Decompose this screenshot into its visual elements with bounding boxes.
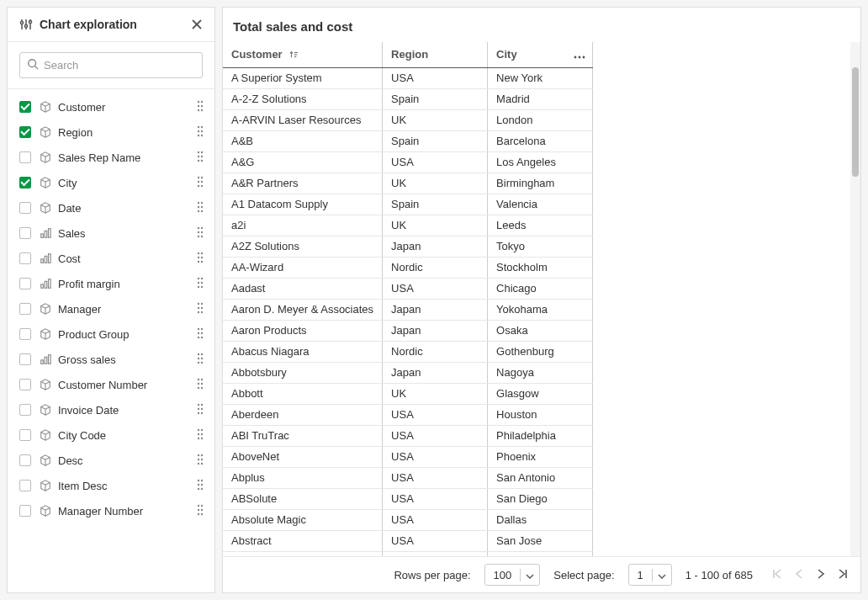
field-checkbox[interactable]	[19, 379, 31, 390]
table-row[interactable]: A&R PartnersUKBirmingham	[223, 173, 593, 194]
drag-handle-icon[interactable]	[189, 175, 211, 191]
close-button[interactable]	[191, 19, 203, 30]
cell-region[interactable]: USA	[383, 425, 488, 446]
cell-customer[interactable]: A&B	[223, 130, 383, 151]
field-checkbox[interactable]	[19, 480, 31, 491]
table-row[interactable]: Absolute MagicUSADallas	[223, 509, 593, 530]
field-label[interactable]: Gross sales	[58, 353, 189, 366]
table-row[interactable]: A-ARVIN Laser ResourcesUKLondon	[223, 109, 593, 130]
cell-city[interactable]: Gothenburg	[488, 341, 593, 362]
table-row[interactable]: Aaron ProductsJapanOsaka	[223, 320, 593, 341]
table-row[interactable]: a2iUKLeeds	[223, 215, 593, 236]
column-header-customer[interactable]: Customer	[223, 42, 383, 67]
drag-handle-icon[interactable]	[189, 276, 211, 292]
cell-city[interactable]: Los Angeles	[488, 151, 593, 173]
table-row[interactable]: AbbottUKGlasgow	[223, 383, 593, 404]
cell-region[interactable]: USA	[383, 530, 488, 551]
field-checkbox[interactable]	[19, 505, 31, 517]
field-checkbox[interactable]	[19, 227, 31, 239]
drag-handle-icon[interactable]	[189, 301, 211, 317]
field-label[interactable]: Customer	[58, 101, 189, 114]
drag-handle-icon[interactable]	[189, 453, 211, 469]
cell-city[interactable]: Nagoya	[488, 362, 593, 383]
vertical-scrollbar[interactable]	[850, 42, 860, 556]
field-label[interactable]: Manager Number	[58, 505, 189, 518]
cell-customer[interactable]: A-2-Z Solutions	[223, 88, 383, 109]
table-row[interactable]: A1 Datacom SupplySpainValencia	[223, 194, 593, 215]
cell-city[interactable]: Dallas	[488, 509, 593, 530]
cell-city[interactable]: Stockholm	[488, 257, 593, 278]
cell-region[interactable]: Spain	[383, 194, 488, 215]
cell-customer[interactable]: ABSolute	[223, 488, 383, 509]
cell-region[interactable]: Nordic	[383, 341, 488, 362]
field-checkbox[interactable]	[19, 126, 31, 138]
cell-customer[interactable]: Abbotsbury	[223, 362, 383, 383]
field-label[interactable]: Invoice Date	[58, 404, 189, 417]
field-label[interactable]: Sales Rep Name	[58, 151, 189, 164]
field-label[interactable]: Manager	[58, 303, 189, 316]
drag-handle-icon[interactable]	[189, 125, 211, 141]
cell-customer[interactable]: A-ARVIN Laser Resources	[223, 109, 383, 130]
field-checkbox[interactable]	[19, 454, 31, 466]
table-row[interactable]: A&BSpainBarcelona	[223, 130, 593, 151]
first-page-button[interactable]	[771, 569, 783, 581]
cell-region[interactable]: USA	[383, 446, 488, 467]
field-checkbox[interactable]	[19, 429, 31, 441]
cell-customer[interactable]: a2i	[223, 215, 383, 236]
cell-region[interactable]: USA	[383, 151, 488, 173]
cell-city[interactable]: San Antonio	[488, 467, 593, 488]
cell-city[interactable]: Philadelphia	[488, 425, 593, 446]
field-label[interactable]: Customer Number	[58, 379, 189, 391]
cell-city[interactable]: Yokohama	[488, 299, 593, 320]
cell-city[interactable]: Chicago	[488, 278, 593, 299]
field-checkbox[interactable]	[19, 202, 31, 214]
drag-handle-icon[interactable]	[189, 377, 211, 393]
drag-handle-icon[interactable]	[189, 200, 211, 216]
field-label[interactable]: Item Desc	[58, 480, 189, 492]
field-checkbox[interactable]	[19, 328, 31, 340]
cell-region[interactable]: UK	[383, 109, 488, 130]
cell-region[interactable]: Japan	[383, 236, 488, 257]
table-row[interactable]: AbplusUSASan Antonio	[223, 467, 593, 488]
table-row[interactable]: AbbotsburyJapanNagoya	[223, 362, 593, 383]
cell-customer[interactable]: Aaron Products	[223, 320, 383, 341]
rows-per-page-select[interactable]: 100	[484, 564, 541, 586]
cell-city[interactable]: San Diego	[488, 488, 593, 509]
field-label[interactable]: City	[58, 177, 189, 189]
table-row[interactable]: A-2-Z SolutionsSpainMadrid	[223, 88, 593, 109]
field-label[interactable]: Region	[58, 126, 189, 139]
cell-customer[interactable]: Aberdeen	[223, 404, 383, 425]
cell-region[interactable]: UK	[383, 173, 488, 194]
cell-region[interactable]: Japan	[383, 299, 488, 320]
search-input[interactable]	[44, 59, 195, 72]
table-row[interactable]: AberdeenUSAHouston	[223, 404, 593, 425]
cell-region[interactable]: Japan	[383, 320, 488, 341]
cell-customer[interactable]: A Superior System	[223, 67, 383, 88]
cell-region[interactable]: UK	[383, 383, 488, 404]
drag-handle-icon[interactable]	[189, 251, 211, 267]
cell-region[interactable]: Nordic	[383, 257, 488, 278]
cell-city[interactable]: Osaka	[488, 320, 593, 341]
cell-city[interactable]: New York	[488, 67, 593, 88]
cell-city[interactable]: Tokyo	[488, 236, 593, 257]
cell-customer[interactable]: A1 Datacom Supply	[223, 194, 383, 215]
drag-handle-icon[interactable]	[189, 427, 211, 443]
cell-region[interactable]: USA	[383, 509, 488, 530]
table-row[interactable]: AA-WizardNordicStockholm	[223, 257, 593, 278]
field-label[interactable]: City Code	[58, 429, 189, 442]
cell-city[interactable]: San Jose	[488, 530, 593, 551]
table-row[interactable]: A2Z SolutionsJapanTokyo	[223, 236, 593, 257]
field-checkbox[interactable]	[19, 303, 31, 315]
cell-region[interactable]: USA	[383, 67, 488, 88]
cell-customer[interactable]: Abstract	[223, 530, 383, 551]
cell-customer[interactable]: A&R Partners	[223, 173, 383, 194]
drag-handle-icon[interactable]	[189, 402, 211, 418]
drag-handle-icon[interactable]	[189, 352, 211, 368]
table-row[interactable]: AbstractUSASan Jose	[223, 530, 593, 551]
cell-region[interactable]: UK	[383, 215, 488, 236]
table-row[interactable]: AadastUSAChicago	[223, 278, 593, 299]
drag-handle-icon[interactable]	[189, 478, 211, 494]
field-checkbox[interactable]	[19, 177, 31, 188]
cell-city[interactable]: Phoenix	[488, 446, 593, 467]
cell-region[interactable]: USA	[383, 404, 488, 425]
